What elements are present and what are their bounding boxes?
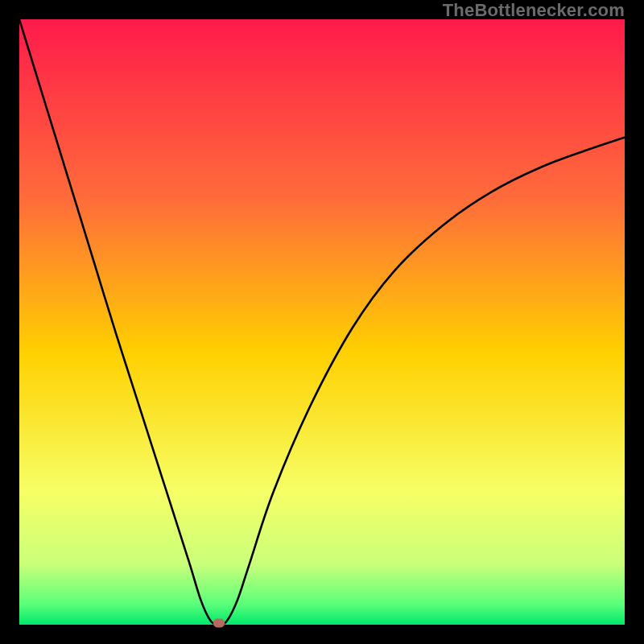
gradient-background: [19, 19, 625, 625]
optimal-point-marker: [213, 618, 225, 627]
svg-rect-0: [19, 19, 625, 625]
watermark-text: TheBottlenecker.com: [443, 0, 625, 21]
plot-frame: [19, 19, 625, 625]
